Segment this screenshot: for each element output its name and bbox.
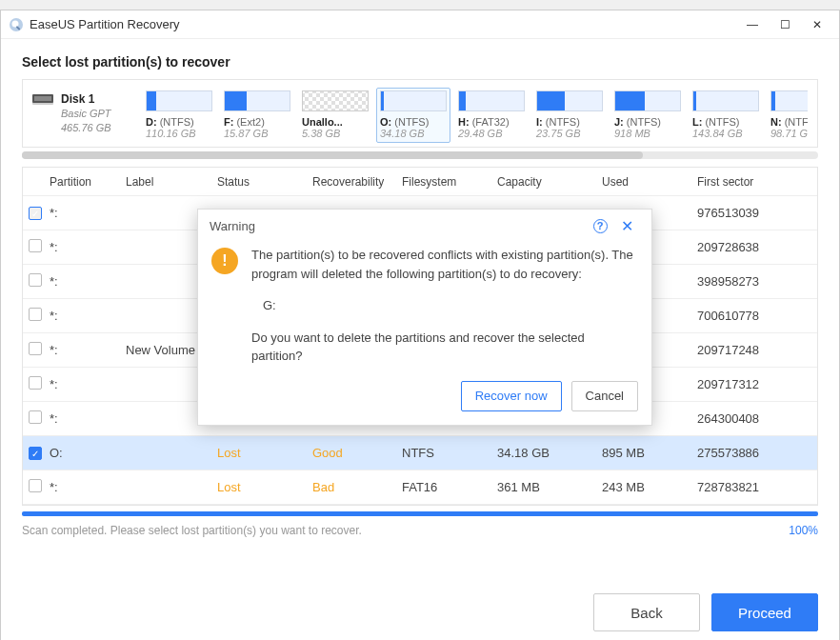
warning-icon: !	[211, 248, 238, 274]
partition-strip-item[interactable]: Unallo...5.38 GB	[298, 88, 372, 143]
partition-size: 918 MB	[614, 128, 681, 139]
row-checkbox[interactable]	[29, 376, 42, 390]
partition-size: 5.38 GB	[302, 128, 369, 139]
help-icon[interactable]: ?	[587, 212, 613, 239]
dialog-line2: Do you want to delete the partitions and…	[251, 329, 638, 366]
col-label[interactable]: Label	[126, 175, 217, 189]
svg-point-1	[12, 20, 19, 27]
partition-letter: L: (NTFS)	[692, 116, 759, 128]
minimize-button[interactable]: —	[738, 14, 767, 35]
partition-letter: F: (Ext2)	[224, 116, 290, 128]
dialog-text: The partition(s) to be recovered conflic…	[251, 246, 638, 366]
page-heading: Select lost partition(s) to recover	[22, 54, 818, 70]
partition-letter: J: (NTFS)	[614, 116, 681, 128]
partition-strip-item[interactable]: H: (FAT32)29.48 GB	[454, 88, 529, 143]
disk-size: 465.76 GB	[61, 121, 111, 135]
status-line: Scan completed. Please select lost parti…	[22, 524, 818, 537]
table-row[interactable]: ✓O:LostGoodNTFS34.18 GB895 MB275573886	[23, 436, 817, 470]
partition-size: 15.87 GB	[224, 128, 290, 139]
partition-bar	[770, 90, 808, 111]
partition-letter: H: (FAT32)	[458, 116, 525, 128]
partition-strip-item[interactable]: O: (NTFS)34.18 GB	[376, 88, 450, 143]
disk-name: Disk 1	[61, 91, 111, 107]
close-button[interactable]: ✕	[803, 14, 831, 35]
main-window: EaseUS Partition Recovery — ☐ ✕ Select l…	[0, 10, 840, 640]
partition-size: 29.48 GB	[458, 128, 525, 139]
partition-strip: D: (NTFS)110.16 GBF: (Ext2)15.87 GBUnall…	[142, 88, 808, 143]
partition-bar	[380, 90, 447, 111]
partition-size: 34.18 GB	[380, 128, 447, 139]
partition-strip-item[interactable]: I: (NTFS)23.75 GB	[532, 88, 607, 143]
partition-strip-item[interactable]: F: (Ext2)15.87 GB	[220, 88, 294, 143]
partition-bar	[458, 90, 525, 111]
col-status[interactable]: Status	[217, 175, 312, 189]
app-icon	[9, 17, 24, 32]
row-checkbox[interactable]	[29, 239, 42, 252]
partition-bar	[224, 90, 290, 111]
titlebar: EaseUS Partition Recovery — ☐ ✕	[1, 10, 839, 39]
partition-size: 23.75 GB	[536, 128, 603, 139]
partition-strip-item[interactable]: J: (NTFS)918 MB	[610, 88, 685, 143]
table-row[interactable]: *:LostBadFAT16361 MB243 MB728783821	[23, 470, 817, 505]
row-checkbox[interactable]	[29, 410, 42, 424]
partition-bar	[692, 90, 759, 111]
partition-size: 98.71 G	[770, 128, 808, 139]
cancel-button[interactable]: Cancel	[571, 381, 638, 411]
partition-letter: O: (NTFS)	[380, 116, 447, 128]
footer: Back Proceed	[1, 582, 839, 640]
warning-dialog: Warning ? ✕ ! The partition(s) to be rec…	[197, 209, 652, 426]
app-title: EaseUS Partition Recovery	[30, 17, 738, 31]
disk-type: Basic GPT	[61, 107, 111, 121]
maximize-button[interactable]: ☐	[770, 14, 799, 35]
proceed-button[interactable]: Proceed	[711, 593, 818, 631]
progress-bar	[22, 511, 818, 516]
row-checkbox[interactable]: ✓	[29, 447, 42, 460]
disk-icon	[32, 91, 53, 107]
partition-bar	[302, 90, 369, 111]
row-checkbox[interactable]	[29, 308, 42, 321]
col-recoverability[interactable]: Recoverability	[312, 175, 402, 189]
svg-rect-5	[34, 96, 51, 101]
col-filesystem[interactable]: Filesystem	[402, 175, 497, 189]
status-text: Scan completed. Please select lost parti…	[22, 524, 362, 537]
recover-now-button[interactable]: Recover now	[461, 381, 562, 411]
dialog-drive: G:	[251, 296, 638, 315]
partition-strip-item[interactable]: D: (NTFS)110.16 GB	[142, 88, 216, 143]
partition-bar	[614, 90, 681, 111]
dialog-title: Warning	[210, 219, 587, 233]
row-checkbox: ✓	[29, 207, 42, 220]
col-capacity[interactable]: Capacity	[497, 175, 602, 189]
partition-letter: I: (NTFS)	[536, 116, 603, 128]
partition-bar	[146, 90, 212, 111]
dialog-header: Warning ? ✕	[198, 210, 651, 242]
partition-letter: N: (NTF	[770, 116, 808, 128]
table-header: Partition Label Status Recoverability Fi…	[23, 168, 817, 196]
col-partition[interactable]: Partition	[50, 175, 126, 189]
partition-letter: Unallo...	[302, 116, 369, 128]
partition-strip-item[interactable]: N: (NTF98.71 G	[767, 88, 808, 143]
disk-info: Disk 1 Basic GPT 465.76 GB	[32, 88, 142, 135]
status-percent: 100%	[789, 524, 818, 537]
scrollbar-thumb[interactable]	[22, 151, 643, 159]
horizontal-scrollbar[interactable]	[22, 151, 818, 159]
partition-strip-item[interactable]: L: (NTFS)143.84 GB	[689, 88, 763, 143]
drive-box: Disk 1 Basic GPT 465.76 GB D: (NTFS)110.…	[22, 79, 818, 148]
partition-letter: D: (NTFS)	[146, 116, 212, 128]
dialog-line1: The partition(s) to be recovered conflic…	[251, 246, 638, 283]
back-button[interactable]: Back	[593, 593, 700, 631]
dialog-footer: Recover now Cancel	[198, 371, 651, 425]
partition-bar	[536, 90, 603, 111]
partition-size: 110.16 GB	[146, 128, 212, 139]
col-used[interactable]: Used	[602, 175, 697, 189]
row-checkbox[interactable]	[29, 273, 42, 287]
row-checkbox[interactable]	[29, 479, 42, 492]
dialog-close-button[interactable]: ✕	[613, 212, 640, 239]
col-first-sector[interactable]: First sector	[697, 175, 817, 189]
partition-size: 143.84 GB	[692, 128, 759, 139]
row-checkbox[interactable]	[29, 342, 42, 355]
